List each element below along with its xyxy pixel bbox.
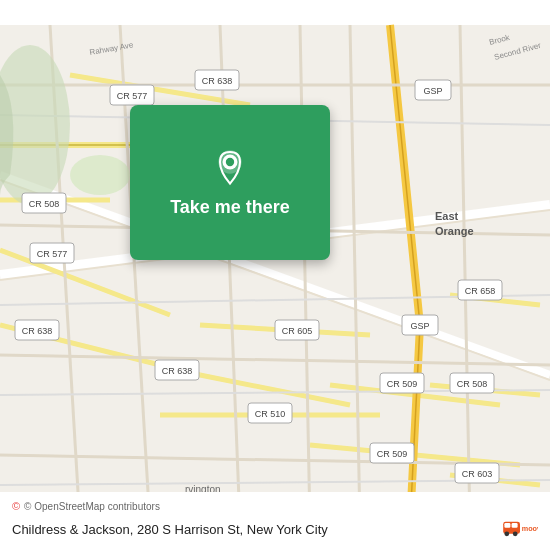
bottom-bar: © © OpenStreetMap contributors Childress…: [0, 492, 550, 550]
moovit-logo-icon: moovit: [502, 514, 538, 544]
attribution-row: © © OpenStreetMap contributors: [12, 500, 538, 512]
svg-text:GSP: GSP: [423, 86, 442, 96]
svg-text:CR 508: CR 508: [29, 199, 60, 209]
address-row: Childress & Jackson, 280 S Harrison St, …: [12, 514, 538, 544]
osm-logo: ©: [12, 500, 20, 512]
svg-text:CR 510: CR 510: [255, 409, 286, 419]
svg-text:CR 603: CR 603: [462, 469, 493, 479]
svg-point-34: [70, 155, 130, 195]
svg-text:CR 508: CR 508: [457, 379, 488, 389]
location-pin-icon: [210, 147, 250, 187]
svg-text:CR 605: CR 605: [282, 326, 313, 336]
svg-text:CR 509: CR 509: [377, 449, 408, 459]
svg-rect-77: [504, 523, 510, 528]
svg-text:CR 577: CR 577: [117, 91, 148, 101]
take-me-there-card[interactable]: Take me there: [130, 105, 330, 260]
address-text: Childress & Jackson, 280 S Harrison St, …: [12, 522, 328, 537]
svg-text:CR 577: CR 577: [37, 249, 68, 259]
svg-text:CR 638: CR 638: [162, 366, 193, 376]
svg-text:GSP: GSP: [410, 321, 429, 331]
attribution-text: © OpenStreetMap contributors: [24, 501, 160, 512]
svg-text:moovit: moovit: [522, 524, 538, 533]
map-background: CR 577 CR 638 GSP CR 508 CR 577 CR 638 C…: [0, 0, 550, 550]
map-container: CR 577 CR 638 GSP CR 508 CR 577 CR 638 C…: [0, 0, 550, 550]
svg-text:CR 509: CR 509: [387, 379, 418, 389]
take-me-there-label: Take me there: [170, 197, 290, 218]
svg-rect-78: [512, 523, 518, 528]
svg-text:CR 658: CR 658: [465, 286, 496, 296]
svg-text:East: East: [435, 210, 459, 222]
svg-point-73: [226, 158, 234, 166]
svg-text:CR 638: CR 638: [202, 76, 233, 86]
svg-text:CR 638: CR 638: [22, 326, 53, 336]
svg-point-76: [513, 531, 518, 536]
svg-text:Orange: Orange: [435, 225, 474, 237]
svg-point-75: [504, 531, 509, 536]
